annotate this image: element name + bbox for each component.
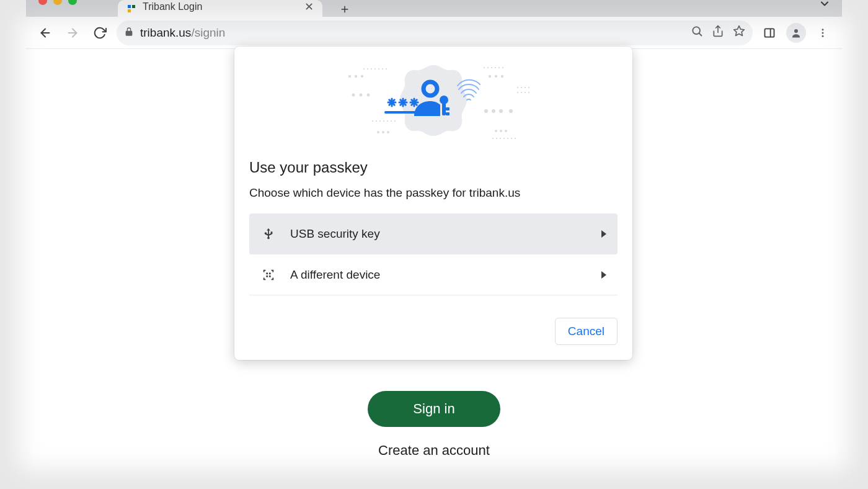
- svg-point-23: [501, 74, 503, 77]
- url-text: tribank.us/signin: [140, 26, 684, 40]
- dialog-actions: Cancel: [234, 318, 632, 345]
- option-usb-security-key[interactable]: USB security key: [249, 213, 618, 254]
- minimize-window-button[interactable]: [53, 0, 62, 5]
- forward-button[interactable]: [62, 22, 83, 43]
- share-icon[interactable]: [712, 25, 724, 40]
- svg-rect-55: [442, 103, 446, 115]
- svg-point-14: [822, 35, 824, 37]
- chevron-right-icon: [601, 230, 606, 238]
- svg-point-16: [355, 74, 357, 77]
- passkey-option-list: USB security key A different device: [249, 213, 618, 295]
- svg-rect-56: [446, 107, 450, 110]
- browser-tab[interactable]: Tribank Login ✕: [118, 0, 322, 17]
- svg-point-28: [377, 131, 379, 133]
- tab-close-button[interactable]: ✕: [304, 0, 314, 14]
- bookmark-star-icon[interactable]: [733, 25, 745, 40]
- svg-point-12: [822, 29, 824, 30]
- svg-point-17: [361, 74, 363, 77]
- passkey-illustration: [234, 47, 632, 155]
- option-label: A different device: [290, 268, 380, 282]
- search-icon[interactable]: [691, 25, 703, 40]
- svg-rect-59: [269, 272, 271, 274]
- svg-point-25: [492, 109, 495, 113]
- profile-avatar[interactable]: [786, 23, 806, 43]
- url-path: /signin: [191, 26, 225, 40]
- svg-rect-2: [128, 9, 131, 12]
- svg-rect-0: [128, 5, 131, 8]
- svg-point-27: [509, 109, 513, 113]
- svg-point-21: [489, 74, 491, 77]
- side-panel-button[interactable]: [759, 22, 780, 43]
- svg-point-54: [440, 96, 448, 104]
- svg-line-6: [699, 34, 702, 36]
- option-label: USB security key: [290, 227, 380, 241]
- option-different-device[interactable]: A different device: [249, 254, 618, 295]
- url-host: tribank.us: [140, 26, 191, 40]
- lock-icon: [124, 26, 134, 40]
- svg-point-11: [794, 29, 798, 33]
- qr-icon: [260, 267, 277, 283]
- svg-point-15: [348, 74, 351, 77]
- svg-marker-8: [734, 26, 745, 36]
- address-bar[interactable]: tribank.us/signin: [117, 20, 753, 45]
- window-controls: [38, 0, 77, 5]
- tab-title: Tribank Login: [143, 1, 298, 12]
- usb-icon: [260, 226, 277, 242]
- create-account-link[interactable]: Create an account: [378, 442, 490, 459]
- back-button[interactable]: [35, 22, 56, 43]
- sign-in-button[interactable]: Sign in: [368, 391, 500, 427]
- browser-toolbar: tribank.us/signin: [26, 17, 842, 49]
- cancel-button[interactable]: Cancel: [555, 318, 618, 345]
- svg-rect-57: [446, 112, 450, 115]
- svg-point-30: [387, 131, 389, 133]
- svg-rect-9: [765, 29, 774, 37]
- svg-point-24: [484, 109, 488, 113]
- dialog-title: Use your passkey: [234, 159, 632, 176]
- chevron-right-icon: [601, 271, 606, 279]
- tabs-dropdown-button[interactable]: [818, 0, 831, 12]
- svg-point-13: [822, 32, 824, 34]
- new-tab-button[interactable]: [335, 0, 355, 19]
- svg-rect-1: [132, 5, 135, 8]
- kebab-menu-button[interactable]: [812, 22, 833, 43]
- svg-point-29: [382, 131, 384, 133]
- tab-favicon: [126, 4, 136, 14]
- svg-point-32: [500, 130, 502, 132]
- tab-strip: Tribank Login ✕: [26, 0, 842, 17]
- reload-button[interactable]: [89, 22, 110, 43]
- passkey-dialog: Use your passkey Choose which device has…: [234, 47, 632, 360]
- svg-rect-60: [266, 275, 268, 277]
- svg-rect-61: [269, 275, 271, 277]
- dialog-subtitle: Choose which device has the passkey for …: [234, 186, 632, 200]
- browser-window: Tribank Login ✕ tribank.us/signin: [26, 0, 842, 489]
- svg-point-18: [352, 93, 355, 96]
- svg-point-33: [505, 130, 507, 132]
- svg-point-31: [495, 130, 497, 132]
- svg-point-19: [360, 93, 363, 96]
- svg-point-26: [499, 109, 503, 113]
- maximize-window-button[interactable]: [68, 0, 77, 5]
- svg-point-22: [495, 74, 497, 77]
- close-window-button[interactable]: [38, 0, 47, 5]
- svg-point-20: [367, 93, 370, 96]
- svg-rect-58: [266, 272, 268, 274]
